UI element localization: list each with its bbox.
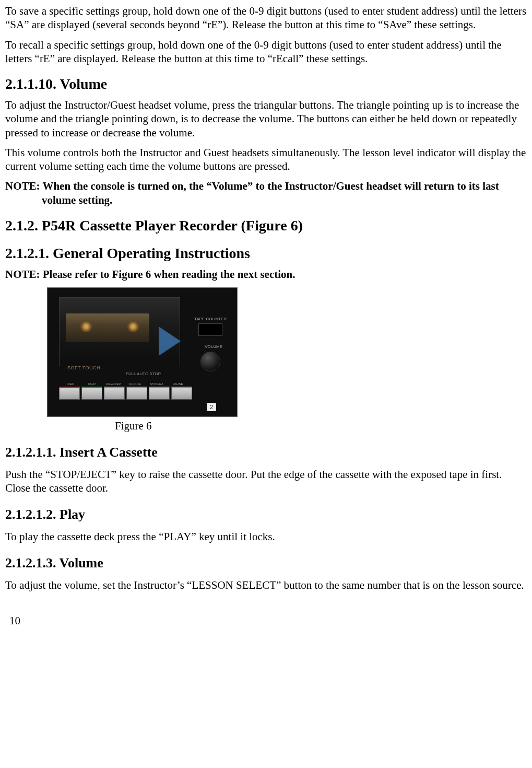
label-stop: STOP/EJ	[146, 382, 167, 387]
label-rec: REC	[60, 382, 81, 387]
deck-button-play	[81, 387, 102, 400]
label-rew: REW/REV	[103, 382, 124, 387]
label-tape-counter: TAPE COUNTER	[194, 317, 227, 322]
paragraph-recall-settings: To recall a specific settings group, hol…	[5, 38, 527, 66]
label-full-auto-stop: FULL AUTO STOP	[126, 371, 161, 377]
deck-button-ff	[126, 387, 147, 400]
paragraph-save-settings: To save a specific settings group, hold …	[5, 4, 527, 32]
paragraph-insert-cassette: Push the “STOP/EJECT” key to raise the c…	[5, 468, 527, 495]
volume-knob	[200, 352, 220, 371]
cassette-player-image: SOFT TOUCH FULL AUTO STOP TAPE COUNTER V…	[47, 287, 238, 417]
label-play: PLAY	[81, 382, 103, 387]
heading-2-1-2: 2.1.2. P54R Cassette Player Recorder (Fi…	[5, 216, 527, 235]
deck-button-stop	[149, 387, 170, 400]
figure-6: SOFT TOUCH FULL AUTO STOP TAPE COUNTER V…	[47, 287, 527, 433]
heading-2-1-2-1-1: 2.1.2.1.1. Insert A Cassette	[5, 444, 527, 461]
deck-button-labels: REC PLAY REW/REV F.F/CUE STOP/EJ PAUSE	[60, 382, 188, 387]
source-number-badge: 2	[207, 403, 216, 411]
figure-6-caption: Figure 6	[115, 419, 527, 433]
label-ff: F.F/CUE	[124, 382, 146, 387]
cassette-reel-left	[80, 321, 92, 332]
label-volume: VOLUME	[205, 344, 222, 350]
note-refer-figure-6: NOTE: Please refer to Figure 6 when read…	[5, 267, 527, 281]
note-volume-persist: NOTE: When the console is turned on, the…	[5, 179, 527, 207]
label-pause: PAUSE	[167, 382, 188, 387]
deck-button-row	[59, 387, 192, 400]
play-icon	[159, 327, 181, 356]
paragraph-play: To play the cassette deck press the “PLA…	[5, 530, 527, 543]
heading-2-1-1-10: 2.1.1.10. Volume	[5, 75, 527, 93]
label-soft-touch: SOFT TOUCH	[67, 365, 100, 371]
paragraph-volume-adjust: To adjust the Instructor/Guest headset v…	[5, 98, 527, 139]
heading-2-1-2-1-2: 2.1.2.1.2. Play	[5, 506, 527, 523]
deck-button-rec	[59, 387, 80, 400]
heading-2-1-2-1: 2.1.2.1. General Operating Instructions	[5, 244, 527, 262]
cassette-door	[59, 297, 180, 366]
deck-button-pause	[171, 387, 192, 400]
paragraph-volume-lesson-select: To adjust the volume, set the Instructor…	[5, 578, 527, 592]
tape-counter-display	[198, 323, 222, 336]
heading-2-1-2-1-3: 2.1.2.1.3. Volume	[5, 555, 527, 572]
paragraph-volume-indicator: This volume controls both the Instructor…	[5, 146, 527, 173]
cassette-reel-right	[127, 321, 139, 332]
deck-button-rew	[104, 387, 125, 400]
